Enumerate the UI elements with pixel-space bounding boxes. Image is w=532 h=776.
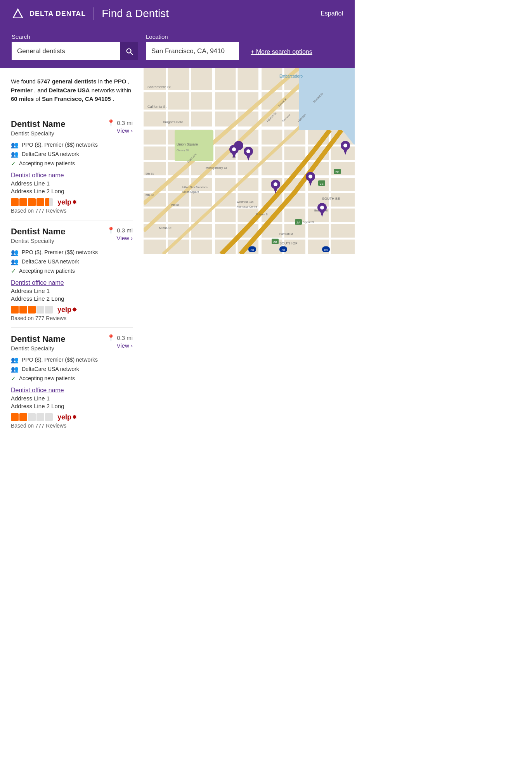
distance-text: 0.3 mi (117, 334, 133, 341)
summary-miles: 60 miles (11, 95, 34, 102)
yelp-logo: yelp✸ (57, 306, 77, 314)
dentist-list: Dentist Name Dentist Specialty 📍 0.3 mi … (11, 113, 133, 435)
svg-text:SOUTH OF: SOUTH OF (279, 241, 298, 245)
location-label: Location (146, 33, 239, 40)
star-full (28, 198, 36, 206)
summary-premier: Premier (11, 87, 33, 94)
network-item: 👥 PPO ($), Premier ($$) networks (11, 141, 133, 149)
distance-value: 📍 0.3 mi (107, 227, 133, 234)
dentist-specialty: Dentist Specialty (11, 345, 66, 352)
address-line-1: Address Line 1 (11, 395, 133, 402)
svg-text:2C: 2C (335, 170, 339, 174)
search-input[interactable] (12, 42, 120, 60)
search-icon (125, 47, 133, 55)
svg-text:Francisco Centre: Francisco Centre (237, 205, 257, 208)
view-link[interactable]: View › (107, 127, 133, 134)
star-empty (45, 413, 53, 421)
accepting-text: Accepting new patients (19, 160, 75, 166)
stars (11, 198, 53, 206)
distance-text: 0.3 mi (117, 120, 133, 126)
address-line-2: Address Line 2 Long (11, 188, 133, 194)
header-title: Find a Dentist (94, 7, 169, 20)
location-input[interactable] (146, 42, 239, 60)
stars (11, 306, 53, 314)
reviews-text: Based on 777 Reviews (11, 208, 133, 214)
svg-text:Westfield San: Westfield San (237, 201, 253, 203)
dentist-header: Dentist Name Dentist Specialty 📍 0.3 mi … (11, 227, 133, 244)
search-input-wrap (12, 42, 138, 60)
dentist-header: Dentist Name Dentist Specialty 📍 0.3 mi … (11, 119, 133, 137)
check-icon: ✓ (11, 375, 16, 382)
pin-icon: 📍 (107, 119, 115, 126)
star-full (11, 413, 19, 421)
star-full (19, 413, 27, 421)
summary-ppo: PPO (114, 78, 127, 85)
dentist-specialty: Dentist Specialty (11, 237, 66, 244)
dentist-header: Dentist Name Dentist Specialty 📍 0.3 mi … (11, 334, 133, 352)
office-name-link[interactable]: Dentist office name (11, 172, 133, 179)
networks: 👥 PPO ($), Premier ($$) networks 👥 Delta… (11, 141, 133, 167)
location-group: Location (146, 33, 239, 60)
rating-section: yelp✸ (11, 198, 133, 206)
dentist-info: Dentist Name Dentist Specialty (11, 119, 66, 137)
star-empty (45, 306, 53, 314)
address-line-2: Address Line 2 Long (11, 295, 133, 302)
network-item: 👥 PPO ($), Premier ($$) networks (11, 249, 133, 256)
results-summary: We found 5747 general dentists in the PP… (11, 77, 133, 104)
dentist-distance: 📍 0.3 mi View › (107, 119, 133, 134)
accepting-text: Accepting new patients (19, 375, 75, 381)
search-label: Search (12, 33, 138, 40)
yelp-text: yelp (57, 306, 71, 314)
office-name-link[interactable]: Dentist office name (11, 387, 133, 394)
dentist-name: Dentist Name (11, 227, 66, 237)
yelp-text: yelp (57, 413, 71, 421)
svg-text:Folsom St: Folsom St (256, 213, 269, 216)
more-options-link[interactable]: + More search options (251, 48, 312, 60)
svg-text:SOUTH BE: SOUTH BE (322, 197, 340, 201)
svg-text:Union Square: Union Square (177, 142, 198, 146)
svg-point-85 (320, 206, 324, 210)
yelp-logo: yelp✸ (57, 198, 77, 206)
networks: 👥 PPO ($), Premier ($$) networks 👥 Delta… (11, 249, 133, 275)
view-link[interactable]: View › (107, 235, 133, 241)
network-item: 👥 PPO ($), Premier ($$) networks (11, 356, 133, 364)
summary-text-2: in the (98, 78, 114, 85)
network-icon: 👥 (11, 249, 19, 256)
dentist-info: Dentist Name Dentist Specialty (11, 227, 66, 244)
address-line-1: Address Line 1 (11, 288, 133, 294)
map-svg: Sacramento St California St Embarcadero … (144, 68, 355, 254)
svg-point-70 (232, 147, 236, 151)
pin-icon: 📍 (107, 227, 115, 234)
network-icon: 👥 (11, 141, 19, 149)
summary-text-6: of (35, 95, 42, 102)
svg-text:80: 80 (251, 248, 254, 252)
svg-point-82 (246, 149, 250, 153)
search-button[interactable] (120, 42, 138, 60)
network-text: DeltaCare USA network (22, 258, 79, 265)
dentist-card: Dentist Name Dentist Specialty 📍 0.3 mi … (11, 328, 133, 435)
stars (11, 413, 53, 421)
main-content: We found 5747 general dentists in the PP… (0, 68, 355, 444)
svg-point-73 (274, 182, 277, 186)
svg-text:Dragon's Gate: Dragon's Gate (163, 120, 183, 124)
view-link[interactable]: View › (107, 342, 133, 349)
star-empty (36, 306, 44, 314)
accepting-text: Accepting new patients (19, 268, 75, 274)
svg-text:Embarcadero: Embarcadero (279, 74, 303, 78)
svg-text:6th St: 6th St (146, 193, 154, 197)
left-panel: We found 5747 general dentists in the PP… (0, 68, 144, 444)
star-full (11, 306, 19, 314)
address-line-1: Address Line 1 (11, 180, 133, 187)
pin-icon: 📍 (107, 334, 115, 341)
svg-text:80: 80 (324, 248, 328, 252)
star-empty (36, 413, 44, 421)
yelp-burst-icon: ✸ (72, 414, 77, 420)
dentist-distance: 📍 0.3 mi View › (107, 227, 133, 241)
office-name-link[interactable]: Dentist office name (11, 279, 133, 286)
language-link[interactable]: Español (321, 10, 343, 17)
summary-end: . (113, 95, 114, 102)
reviews-text: Based on 777 Reviews (11, 315, 133, 321)
network-icon: 👥 (11, 151, 19, 158)
dentist-card: Dentist Name Dentist Specialty 📍 0.3 mi … (11, 113, 133, 220)
networks: 👥 PPO ($), Premier ($$) networks 👥 Delta… (11, 356, 133, 382)
